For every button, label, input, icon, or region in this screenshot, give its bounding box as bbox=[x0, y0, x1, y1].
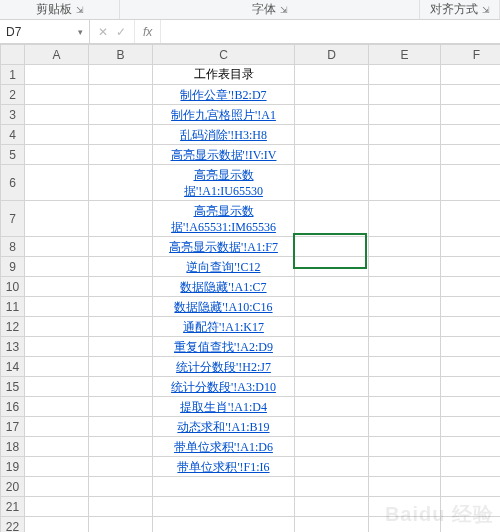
cell[interactable] bbox=[25, 457, 89, 477]
cell[interactable] bbox=[441, 85, 501, 105]
hyperlink[interactable]: 制作九宫格照片'!A1 bbox=[169, 107, 278, 123]
hyperlink[interactable]: 高亮显示数据'!A65531:IM65536 bbox=[153, 203, 294, 235]
row-header[interactable]: 20 bbox=[1, 477, 25, 497]
cell[interactable] bbox=[89, 377, 153, 397]
hyperlink[interactable]: 高亮显示数据'!IV:IV bbox=[169, 147, 279, 163]
cell[interactable] bbox=[89, 257, 153, 277]
hyperlink[interactable]: 带单位求积'!F1:I6 bbox=[175, 459, 271, 475]
cell[interactable] bbox=[441, 105, 501, 125]
cell[interactable] bbox=[441, 437, 501, 457]
row-header[interactable]: 7 bbox=[1, 201, 25, 237]
cell[interactable] bbox=[89, 317, 153, 337]
cell[interactable] bbox=[89, 297, 153, 317]
cell[interactable] bbox=[89, 397, 153, 417]
cell[interactable] bbox=[369, 517, 441, 533]
cell[interactable] bbox=[441, 65, 501, 85]
cell[interactable] bbox=[369, 317, 441, 337]
cell[interactable] bbox=[89, 125, 153, 145]
cell[interactable] bbox=[25, 437, 89, 457]
cell[interactable] bbox=[441, 417, 501, 437]
cell[interactable] bbox=[295, 417, 369, 437]
cell[interactable] bbox=[89, 437, 153, 457]
cell[interactable] bbox=[25, 497, 89, 517]
cell[interactable]: 制作公章'!B2:D7 bbox=[153, 85, 295, 105]
row-header[interactable]: 6 bbox=[1, 165, 25, 201]
cell[interactable] bbox=[441, 145, 501, 165]
cell[interactable] bbox=[89, 417, 153, 437]
cell[interactable] bbox=[89, 497, 153, 517]
ribbon-group-alignment[interactable]: 对齐方式 ⇲ bbox=[420, 0, 500, 19]
hyperlink[interactable]: 统计分数段'!H2:J7 bbox=[174, 359, 273, 375]
column-header-B[interactable]: B bbox=[89, 45, 153, 65]
cell[interactable] bbox=[89, 105, 153, 125]
cell[interactable]: 高亮显示数据'!IV:IV bbox=[153, 145, 295, 165]
cell[interactable] bbox=[25, 377, 89, 397]
cell[interactable] bbox=[295, 201, 369, 237]
cell[interactable] bbox=[89, 145, 153, 165]
ribbon-group-clipboard[interactable]: 剪贴板 ⇲ bbox=[0, 0, 120, 19]
cell[interactable] bbox=[25, 317, 89, 337]
row-header[interactable]: 15 bbox=[1, 377, 25, 397]
row-header[interactable]: 11 bbox=[1, 297, 25, 317]
row-header[interactable]: 14 bbox=[1, 357, 25, 377]
cell[interactable] bbox=[441, 477, 501, 497]
row-header[interactable]: 13 bbox=[1, 337, 25, 357]
cell[interactable] bbox=[369, 357, 441, 377]
dialog-launcher-icon[interactable]: ⇲ bbox=[482, 5, 490, 15]
cell[interactable] bbox=[441, 317, 501, 337]
row-header[interactable]: 21 bbox=[1, 497, 25, 517]
cell[interactable] bbox=[441, 457, 501, 477]
cell[interactable] bbox=[89, 357, 153, 377]
cell[interactable] bbox=[295, 497, 369, 517]
cell[interactable] bbox=[25, 357, 89, 377]
name-box[interactable]: D7 ▾ bbox=[0, 20, 90, 43]
cell[interactable] bbox=[369, 237, 441, 257]
cell[interactable] bbox=[153, 517, 295, 533]
hyperlink[interactable]: 动态求和'!A1:B19 bbox=[175, 419, 271, 435]
cell[interactable] bbox=[369, 257, 441, 277]
cell[interactable]: 提取生肖'!A1:D4 bbox=[153, 397, 295, 417]
column-header-E[interactable]: E bbox=[369, 45, 441, 65]
cell[interactable] bbox=[295, 237, 369, 257]
cell[interactable]: 乱码消除'!H3:H8 bbox=[153, 125, 295, 145]
cell[interactable] bbox=[369, 201, 441, 237]
cell[interactable] bbox=[295, 297, 369, 317]
cell[interactable]: 数据隐藏'!A1:C7 bbox=[153, 277, 295, 297]
cell[interactable] bbox=[369, 65, 441, 85]
row-header[interactable]: 16 bbox=[1, 397, 25, 417]
cell[interactable] bbox=[25, 85, 89, 105]
cell[interactable]: 高亮显示数据'!A1:F7 bbox=[153, 237, 295, 257]
cell[interactable] bbox=[441, 337, 501, 357]
cell[interactable] bbox=[369, 437, 441, 457]
cell[interactable] bbox=[441, 201, 501, 237]
cell[interactable] bbox=[295, 377, 369, 397]
row-header[interactable]: 1 bbox=[1, 65, 25, 85]
cell[interactable] bbox=[369, 477, 441, 497]
cell[interactable] bbox=[25, 257, 89, 277]
hyperlink[interactable]: 带单位求积'!A1:D6 bbox=[172, 439, 275, 455]
cell[interactable] bbox=[441, 237, 501, 257]
cell[interactable]: 统计分数段'!H2:J7 bbox=[153, 357, 295, 377]
cell[interactable] bbox=[369, 297, 441, 317]
cell[interactable] bbox=[295, 65, 369, 85]
hyperlink[interactable]: 重复值查找'!A2:D9 bbox=[172, 339, 275, 355]
row-header[interactable]: 8 bbox=[1, 237, 25, 257]
cell[interactable] bbox=[25, 105, 89, 125]
cell[interactable] bbox=[25, 397, 89, 417]
cell[interactable]: 制作九宫格照片'!A1 bbox=[153, 105, 295, 125]
cell[interactable] bbox=[25, 165, 89, 201]
hyperlink[interactable]: 数据隐藏'!A10:C16 bbox=[172, 299, 274, 315]
cell[interactable] bbox=[25, 65, 89, 85]
cell[interactable] bbox=[89, 65, 153, 85]
formula-input[interactable] bbox=[161, 20, 500, 43]
cell[interactable]: 高亮显示数据'!A1:IU65530 bbox=[153, 165, 295, 201]
cell[interactable]: 工作表目录 bbox=[153, 65, 295, 85]
cell[interactable] bbox=[441, 125, 501, 145]
hyperlink[interactable]: 提取生肖'!A1:D4 bbox=[178, 399, 269, 415]
cell[interactable] bbox=[369, 397, 441, 417]
cell[interactable] bbox=[369, 457, 441, 477]
hyperlink[interactable]: 逆向查询'!C12 bbox=[184, 259, 262, 275]
cell[interactable]: 通配符'!A1:K17 bbox=[153, 317, 295, 337]
cell[interactable] bbox=[295, 477, 369, 497]
cell[interactable] bbox=[25, 237, 89, 257]
